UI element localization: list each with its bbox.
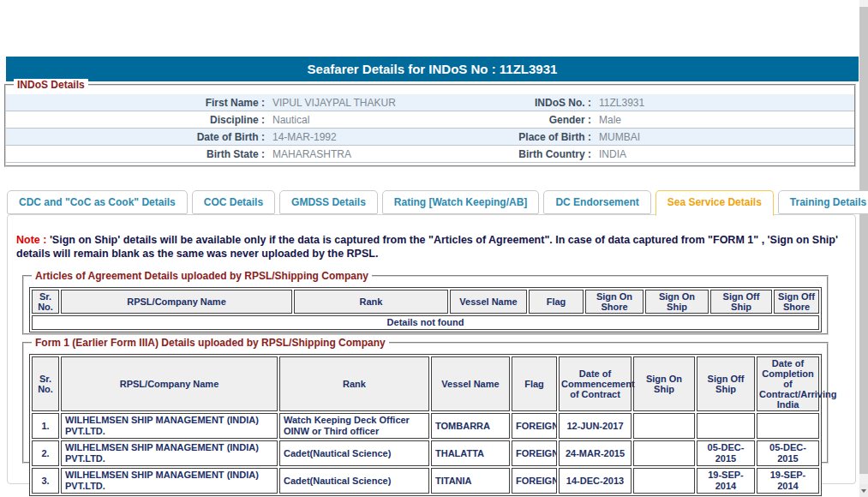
form1-header-sr-no: Sr. No. — [32, 356, 59, 411]
indos-row-name: First Name : VIPUL VIJAYPAL THAKUR INDoS… — [6, 94, 854, 111]
row1-sign-off-ship — [697, 413, 755, 439]
row1-vessel: TOMBARRA — [431, 413, 510, 439]
articles-empty-row: Details not found — [32, 315, 819, 330]
articles-header-flag: Flag — [529, 290, 584, 314]
row3-rank: Cadet(Nautical Science) — [279, 468, 429, 494]
row1-sign-on-ship — [633, 413, 695, 439]
tab-dc-endorsement[interactable]: DC Endorsement — [543, 190, 650, 214]
page-title: Seafarer Details for INDoS No : 11ZL3931 — [6, 57, 859, 81]
row1-sr-no: 1. — [32, 413, 59, 439]
articles-header-row: Sr. No. RPSL/Company Name Rank Vessel Na… — [32, 290, 819, 314]
articles-header-sign-off-shore: Sign Off Shore — [774, 290, 819, 314]
articles-header-sign-on-ship: Sign On Ship — [645, 290, 709, 314]
form1-header-sign-on-ship: Sign On Ship — [633, 356, 695, 411]
form1-header-commencement: Date of Commencement of Contract — [559, 356, 632, 411]
birth-country-value: INDIA — [591, 146, 854, 162]
row3-company: WILHELMSEN SHIP MANAGEMENT (INDIA) PVT.L… — [61, 468, 278, 494]
row2-sign-on-ship — [633, 440, 695, 466]
indos-row-birth: Date of Birth : 14-MAR-1992 Place of Bir… — [6, 129, 854, 146]
note-text: 'Sign on Ship' details will be available… — [16, 234, 838, 260]
form1-table: Sr. No. RPSL/Company Name Rank Vessel Na… — [29, 354, 822, 496]
date-of-birth-value: 14-MAR-1992 — [265, 129, 483, 145]
sign-on-ship-note: Note : 'Sign on Ship' details will be av… — [16, 234, 846, 260]
articles-header-company: RPSL/Company Name — [61, 290, 292, 314]
row1-flag: FOREIGN — [512, 413, 557, 439]
tab-coc-details[interactable]: COC Details — [192, 190, 275, 214]
row1-commencement: 12-JUN-2017 — [559, 413, 632, 439]
indos-no-value: 11ZL3931 — [591, 94, 854, 111]
articles-legend: Articles of Agreement Details uploaded b… — [32, 270, 372, 282]
row1-rank: Watch Keeping Deck Officer OINW or Third… — [279, 413, 429, 439]
articles-header-sign-off-ship: Sign Off Ship — [710, 290, 772, 314]
sea-service-panel: Note : 'Sign on Ship' details will be av… — [7, 214, 856, 484]
gender-label: Gender : — [483, 111, 591, 128]
row3-completion: 19-SEP-2014 — [757, 468, 819, 494]
tab-cdc-coc-as-cook[interactable]: CDC and "CoC as Cook" Details — [7, 190, 188, 214]
form1-fieldset: Form 1 (Earlier Form IIIA) Details uploa… — [22, 342, 829, 464]
first-name-value: VIPUL VIJAYPAL THAKUR — [265, 94, 483, 111]
articles-header-sr-no: Sr. No. — [32, 290, 59, 314]
indos-details-legend: INDoS Details — [14, 79, 88, 91]
vertical-scrollbar[interactable] — [859, 0, 868, 497]
place-of-birth-label: Place of Birth : — [483, 129, 591, 145]
row2-vessel: THALATTA — [431, 440, 510, 466]
birth-state-label: Birth State : — [6, 146, 265, 162]
tab-training-details[interactable]: Training Details — [778, 190, 868, 214]
row3-sr-no: 3. — [32, 468, 59, 494]
row1-completion — [757, 413, 819, 439]
birth-country-label: Birth Country : — [483, 146, 591, 162]
details-not-found-message: Details not found — [32, 315, 819, 330]
arrow-down-icon — [861, 489, 866, 493]
row3-vessel: TITANIA — [431, 468, 510, 494]
detail-tabs: CDC and "CoC as Cook" Details COC Detail… — [7, 190, 868, 216]
row3-sign-on-ship — [633, 468, 695, 494]
articles-table: Sr. No. RPSL/Company Name Rank Vessel Na… — [29, 287, 822, 332]
form1-row-3: 3. WILHELMSEN SHIP MANAGEMENT (INDIA) PV… — [32, 468, 819, 494]
indos-row-discipline: Discipline : Nautical Gender : Male — [6, 111, 854, 129]
note-prefix: Note : — [16, 234, 46, 246]
indos-row-state: Birth State : MAHARASHTRA Birth Country … — [6, 146, 854, 163]
birth-state-value: MAHARASHTRA — [265, 146, 483, 162]
indos-no-label: INDoS No. : — [483, 94, 591, 111]
form1-header-company: RPSL/Company Name — [61, 356, 278, 411]
discipline-label: Discipline : — [6, 111, 265, 128]
scrollbar-thumb[interactable] — [859, 7, 868, 474]
row2-sr-no: 2. — [32, 440, 59, 466]
form1-row-1: 1. WILHELMSEN SHIP MANAGEMENT (INDIA) PV… — [32, 413, 819, 439]
place-of-birth-value: MUMBAI — [591, 129, 854, 145]
row2-sign-off-ship: 05-DEC-2015 — [697, 440, 755, 466]
row3-sign-off-ship: 19-SEP-2014 — [697, 468, 755, 494]
form1-header-completion: Date of Completion of Contract/Arriving … — [757, 356, 819, 411]
row2-company: WILHELMSEN SHIP MANAGEMENT (INDIA) PVT.L… — [61, 440, 278, 466]
form1-header-sign-off-ship: Sign Off Ship — [697, 356, 755, 411]
tab-sea-service-details[interactable]: Sea Service Details — [655, 190, 774, 216]
row2-rank: Cadet(Nautical Science) — [279, 440, 429, 466]
tab-gmdss-details[interactable]: GMDSS Details — [279, 190, 378, 214]
gender-value: Male — [591, 111, 854, 128]
articles-header-vessel: Vessel Name — [450, 290, 527, 314]
row3-commencement: 14-DEC-2013 — [559, 468, 632, 494]
articles-header-sign-on-shore: Sign On Shore — [585, 290, 644, 314]
form1-legend: Form 1 (Earlier Form IIIA) Details uploa… — [32, 337, 389, 349]
row1-company: WILHELMSEN SHIP MANAGEMENT (INDIA) PVT.L… — [61, 413, 278, 439]
articles-header-rank: Rank — [294, 290, 448, 314]
row2-commencement: 24-MAR-2015 — [559, 440, 632, 466]
row2-completion: 05-DEC-2015 — [757, 440, 819, 466]
scroll-down-button[interactable] — [859, 484, 868, 497]
form1-header-flag: Flag — [512, 356, 557, 411]
form1-header-vessel: Vessel Name — [431, 356, 510, 411]
indos-details-rows: First Name : VIPUL VIJAYPAL THAKUR INDoS… — [6, 94, 854, 163]
row2-flag: FOREIGN — [512, 440, 557, 466]
indos-details-fieldset: INDoS Details First Name : VIPUL VIJAYPA… — [4, 84, 856, 167]
row3-flag: FOREIGN — [512, 468, 557, 494]
tab-rating-watch-keeping[interactable]: Rating [Watch Keeping/AB] — [382, 190, 540, 214]
articles-of-agreement-fieldset: Articles of Agreement Details uploaded b… — [22, 275, 829, 335]
form1-header-rank: Rank — [279, 356, 429, 411]
discipline-value: Nautical — [265, 111, 483, 128]
date-of-birth-label: Date of Birth : — [6, 129, 265, 145]
form1-row-2: 2. WILHELMSEN SHIP MANAGEMENT (INDIA) PV… — [32, 440, 819, 466]
first-name-label: First Name : — [6, 94, 265, 111]
form1-header-row: Sr. No. RPSL/Company Name Rank Vessel Na… — [32, 356, 819, 411]
